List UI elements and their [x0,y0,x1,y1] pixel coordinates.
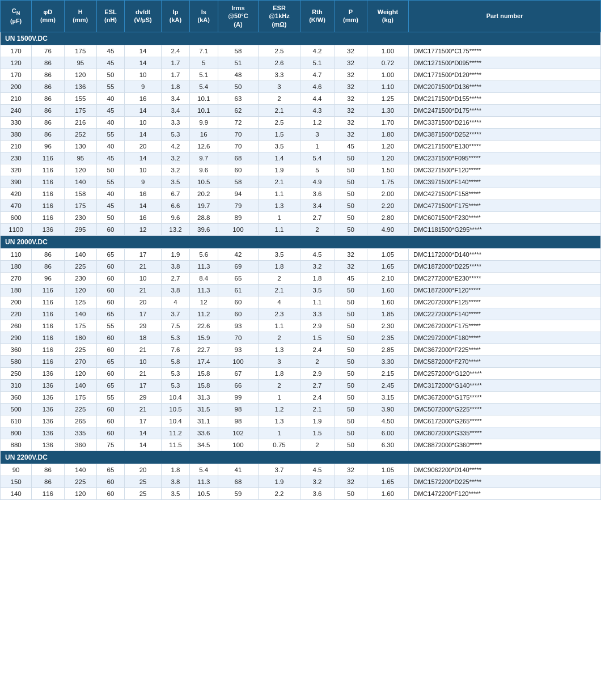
data-cell: 32 [335,476,367,487]
data-cell: 136 [64,80,96,92]
data-cell: 65 [218,272,259,284]
data-cell: 60 [96,332,124,343]
part-number-cell: DMC6172000*G265***** [409,415,601,427]
table-row: 2108615540163.410.16324.4321.25DMC217150… [1,92,601,104]
data-cell: 10 [125,116,162,128]
data-cell: 1.1 [259,188,300,200]
data-cell: 50 [335,308,367,320]
data-cell: 116 [32,188,64,200]
data-cell: 60 [96,272,124,284]
data-cell: 20.2 [189,188,218,200]
data-cell: 175 [64,391,96,403]
header-esr: ESR@1kHz(mΩ) [259,1,300,32]
data-cell: 210 [1,92,32,104]
data-cell: 3.5 [162,487,190,499]
table-row: 32011612050103.29.6601.95501.50DMC327150… [1,164,601,176]
data-cell: 4.90 [367,223,409,235]
data-cell: 2.6 [259,57,300,69]
data-cell: 50 [335,427,367,439]
data-cell: 2.4 [300,343,334,355]
data-cell: 65 [96,308,124,320]
data-cell: 96 [32,140,64,152]
header-rth: Rth(K/W) [300,1,334,32]
data-cell: 116 [32,487,64,499]
data-cell: 1.3 [259,415,300,427]
data-cell: 9.9 [189,116,218,128]
data-cell: 1.30 [367,104,409,116]
data-cell: 45 [96,45,124,57]
data-cell: 130 [64,140,96,152]
data-cell: 17 [125,308,162,320]
table-row: 800136335601411.233.610211.5506.00DMC807… [1,427,601,439]
data-cell: 86 [32,128,64,140]
data-cell: 10.1 [189,92,218,104]
data-cell: 50 [335,284,367,296]
data-cell: 2 [300,355,334,367]
data-cell: 420 [1,188,32,200]
data-cell: 50 [96,69,124,80]
data-cell: 120 [64,367,96,379]
table-row: 120869545141.75512.65.1320.72DMC1271500*… [1,57,601,69]
table-row: 1508622560253.811.3681.93.2321.65DMC1572… [1,476,601,487]
data-cell: 10.1 [189,104,218,116]
data-cell: 1.50 [367,164,409,176]
data-cell: 140 [64,176,96,188]
data-cell: 1.9 [162,248,190,260]
data-cell: 136 [32,223,64,235]
data-cell: 1.7 [162,69,190,80]
data-cell: 1.9 [259,476,300,487]
data-cell: 32 [335,80,367,92]
data-cell: 170 [1,69,32,80]
data-cell: 230 [64,272,96,284]
data-cell: 2 [300,223,334,235]
data-cell: 21 [125,343,162,355]
data-cell: 65 [96,464,124,476]
section-header-row: UN 2200V.DC [1,451,601,464]
data-cell: 5 [189,57,218,69]
data-cell: 2 [259,92,300,104]
data-cell: 120 [1,57,32,69]
section-label: UN 2000V.DC [1,235,601,248]
data-cell: 2.1 [259,104,300,116]
data-cell: 32 [335,57,367,69]
data-cell: 136 [32,367,64,379]
data-cell: 2.7 [162,272,190,284]
data-cell: 3.5 [259,248,300,260]
table-row: 60011623050169.628.88912.7502.80DMC60715… [1,211,601,223]
data-cell: 4.2 [300,45,334,57]
data-cell: 1.85 [367,308,409,320]
data-cell: 3 [259,80,300,92]
data-cell: 11.3 [189,284,218,296]
part-number-cell: DMC1872000*F120***** [409,284,601,296]
header-partnum: Part number [409,1,601,32]
table-row: 20011612560204126041.1501.60DMC2072000*F… [1,296,601,308]
data-cell: 210 [1,140,32,152]
data-cell: 1.8 [162,80,190,92]
part-number-cell: DMC2371500*F095***** [409,152,601,164]
data-cell: 33.6 [189,427,218,439]
data-cell: 2.45 [367,379,409,391]
data-cell: 270 [1,272,32,284]
data-cell: 116 [32,152,64,164]
data-cell: 1 [300,140,334,152]
data-cell: 2.4 [162,45,190,57]
data-cell: 2.00 [367,188,409,200]
part-number-cell: DMC3271500*F120***** [409,164,601,176]
data-cell: 1.60 [367,284,409,296]
data-cell: 50 [335,176,367,188]
data-cell: 3.7 [259,464,300,476]
data-cell: 40 [96,140,124,152]
data-cell: 60 [218,164,259,176]
data-cell: 93 [218,320,259,332]
data-cell: 51 [218,57,259,69]
data-cell: 136 [32,391,64,403]
data-cell: 76 [32,45,64,57]
data-cell: 3.4 [162,104,190,116]
table-row: 2408617545143.410.1622.14.3321.30DMC2471… [1,104,601,116]
data-cell: 220 [1,308,32,320]
data-cell: 29 [125,391,162,403]
data-cell: 50 [335,343,367,355]
data-cell: 2 [259,272,300,284]
data-cell: 42 [218,248,259,260]
data-cell: 5.4 [189,464,218,476]
